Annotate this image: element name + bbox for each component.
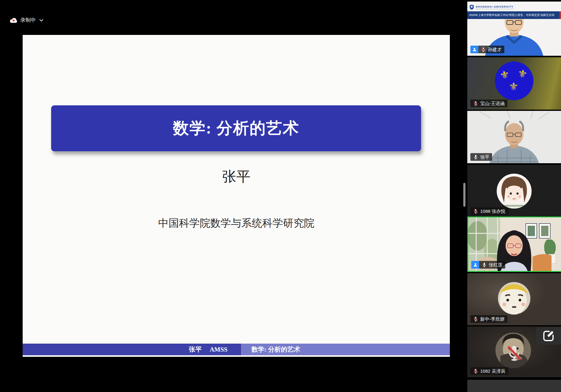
participant-nametag: 1088 张亦悦 [470, 207, 508, 215]
slide-footer-left: 张平 AMSS [23, 344, 241, 355]
fleur-icon: ⚜ [517, 67, 529, 80]
footer-author: 张平 [189, 345, 202, 354]
participant-nametag: 新中-李欣妍 [470, 315, 507, 323]
slide-author: 张平 [23, 167, 450, 186]
footer-affiliation: AMSS [210, 346, 228, 353]
mic-icon [473, 154, 478, 160]
mic-muted-icon [481, 47, 486, 52]
participant-name: 新中-李欣妍 [480, 316, 505, 322]
mic-muted-icon [473, 101, 478, 106]
host-badge-icon [471, 261, 479, 269]
participant-name: 1082 吴泽辰 [480, 368, 506, 374]
event-banner: 2025年上海大学数学实践工作站“听院士报告，与导师交流”创新互活动 [467, 11, 561, 19]
mic-muted-icon [473, 316, 478, 322]
video-tile-zhangping[interactable]: 张平 [467, 111, 561, 163]
participant-name: 张红莲 [489, 262, 503, 268]
slide-footer: 张平 AMSS 数学: 分析的艺术 [23, 344, 450, 355]
slide-institute: 中国科学院数学与系统科学研究院 [23, 216, 450, 230]
participant-nametag: 孙建才 [470, 46, 504, 53]
chevron-down-icon[interactable] [39, 19, 43, 21]
footer-title: 数学: 分析的艺术 [251, 345, 300, 354]
event-banner-accent [559, 11, 561, 19]
video-tile-wuzechen[interactable]: 1082 吴泽辰 [467, 326, 561, 377]
avatar-fleur-de-lis: ⚜ ⚜ ⚜ [495, 62, 533, 100]
participant-name: 孙建才 [488, 47, 502, 52]
participant-name: 宝山-王语涵 [480, 100, 505, 106]
university-name: SHANGHAI UNIVERSITY [476, 5, 514, 9]
recording-indicator[interactable]: 录制中 [9, 17, 43, 24]
participant-nametag: 1082 吴泽辰 [470, 367, 508, 375]
participant-name: 张平 [480, 154, 489, 160]
university-logo-row: SHANGHAI UNIVERSITY [467, 3, 561, 11]
slide-title-banner: 数学: 分析的艺术 [51, 105, 421, 151]
participant-name: 1088 张亦悦 [480, 208, 506, 214]
cloud-record-icon [9, 17, 17, 23]
mic-muted-icon [473, 368, 478, 374]
mic-muted-icon [473, 209, 478, 214]
participant-nametag: 张红莲 [471, 261, 505, 269]
video-tile-zhanghonglian[interactable]: 张红莲 [467, 217, 561, 272]
shared-screen-slide: 数学: 分析的艺术 张平 中国科学院数学与系统科学研究院 张平 AMSS 数学:… [23, 35, 450, 357]
fleur-icon: ⚜ [499, 69, 511, 81]
video-tile-wangyuhan[interactable]: ⚜ ⚜ ⚜ 宝山-王语涵 [467, 57, 561, 110]
participants-sidebar: SHANGHAI UNIVERSITY 2025年上海大学数学实践工作站“听院士… [467, 0, 561, 392]
sidebar-scrollbar[interactable] [463, 183, 465, 207]
fleur-icon: ⚜ [509, 81, 518, 92]
annotation-pen-button[interactable] [536, 327, 561, 345]
slide-footer-right: 数学: 分析的艺术 [241, 344, 450, 355]
video-tile-zhangyiyue[interactable]: 1088 张亦悦 [467, 165, 561, 217]
slide-title: 数学: 分析的艺术 [173, 118, 299, 139]
pen-icon [542, 330, 555, 342]
recording-label: 录制中 [20, 17, 36, 24]
video-tile-sunjiancai[interactable]: SHANGHAI UNIVERSITY 2025年上海大学数学实践工作站“听院士… [467, 2, 561, 56]
video-tile-lixinyan[interactable]: 新中-李欣妍 [467, 273, 561, 325]
mic-icon [482, 262, 487, 267]
video-tile-partial[interactable] [467, 380, 561, 392]
university-shield-icon [469, 4, 474, 10]
mic-muted-overlay-icon [505, 344, 523, 362]
participant-nametag: 宝山-王语涵 [470, 100, 507, 107]
host-badge-icon [470, 46, 478, 53]
participant-nametag: 张平 [470, 153, 492, 161]
